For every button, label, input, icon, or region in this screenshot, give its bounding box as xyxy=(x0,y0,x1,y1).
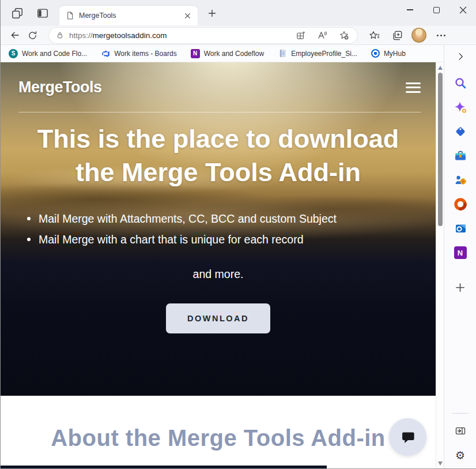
hamburger-menu-icon[interactable] xyxy=(406,80,421,95)
bookmark-employeeprofile[interactable]: EmployeeProfile_Si... xyxy=(278,49,357,58)
about-section: About the Merge Tools Add-in xyxy=(1,396,436,469)
read-aloud-button[interactable] xyxy=(313,27,331,43)
tab-title: MergeTools xyxy=(79,12,182,20)
split-screen-icon xyxy=(296,31,305,40)
ellipsis-icon xyxy=(433,35,449,36)
add-favorite-button[interactable] xyxy=(335,27,353,43)
new-tab-button[interactable] xyxy=(203,5,221,22)
bookmark-label: Work and Code Flo... xyxy=(22,50,87,58)
refresh-icon xyxy=(28,31,37,40)
header-divider xyxy=(18,112,421,112)
sidebar-settings-button[interactable]: ⚙ xyxy=(451,446,470,464)
url-scheme: https:// xyxy=(69,31,93,40)
edge-sidebar: N ⚙ xyxy=(444,45,476,469)
search-icon xyxy=(454,76,467,90)
star-plus-icon xyxy=(339,30,349,40)
favorites-button[interactable] xyxy=(365,27,383,43)
bookmark-label: Work items - Boards xyxy=(114,50,176,58)
gear-icon: ⚙ xyxy=(455,450,465,461)
chevron-right-icon xyxy=(456,52,465,61)
workspaces-icon xyxy=(11,7,24,20)
bookmark-label: Work and Codeflow xyxy=(204,50,265,58)
page-scrollbar[interactable] xyxy=(436,62,444,469)
lock-icon xyxy=(56,31,64,39)
onenote-favicon: N xyxy=(191,49,200,58)
minimize-icon xyxy=(407,9,413,10)
feature-item: Mail Merge with Attachments, CC, BCC and… xyxy=(27,212,436,226)
microsoft-365-icon xyxy=(454,197,467,211)
close-button[interactable] xyxy=(449,0,476,20)
workspaces-icon[interactable] xyxy=(9,5,26,22)
bookmark-label: MyHub xyxy=(384,50,406,58)
sidebar-games-button[interactable] xyxy=(451,171,470,189)
favorites-star-icon xyxy=(369,30,380,41)
webpage: MergeTools This is the place to download… xyxy=(1,62,436,469)
settings-menu-button[interactable] xyxy=(432,27,449,43)
bookmark-boards[interactable]: Work items - Boards xyxy=(101,49,176,58)
sidebar-shopping-button[interactable] xyxy=(451,122,470,141)
scroll-up-arrow-icon[interactable] xyxy=(438,66,443,70)
price-tag-icon xyxy=(454,125,467,138)
feature-item: Mail Merge with a chart that is unique f… xyxy=(27,233,436,246)
hero-heading: This is the place to download the Merge … xyxy=(29,122,407,189)
download-button[interactable]: DOWNLOAD xyxy=(166,303,270,333)
browser-tab[interactable]: MergeTools xyxy=(59,6,198,25)
read-aloud-icon xyxy=(317,30,327,40)
games-icon xyxy=(454,173,467,187)
browser-window: MergeTools xyxy=(0,0,476,469)
url-host: mergetoolsaddin.com xyxy=(93,31,167,40)
url-text[interactable]: https://mergetoolsaddin.com xyxy=(69,31,292,40)
bookmark-myhub[interactable]: MyHub xyxy=(371,49,406,58)
myhub-favicon xyxy=(371,49,380,58)
browser-toolbar: https://mergetoolsaddin.com xyxy=(1,26,476,45)
chat-bubble-icon xyxy=(398,427,418,447)
copilot-sparkle-icon xyxy=(454,100,467,114)
sidebar-search-button[interactable] xyxy=(451,74,470,92)
site-logo[interactable]: MergeTools xyxy=(18,78,102,96)
maximize-icon xyxy=(433,7,440,13)
sidebar-outlook-button[interactable] xyxy=(451,219,470,238)
page-icon xyxy=(65,11,74,20)
plus-icon xyxy=(455,283,465,292)
sidebar-onenote-button[interactable]: N xyxy=(451,243,470,262)
vertical-tabs-icon xyxy=(36,7,49,20)
sharepoint-favicon: S xyxy=(9,49,18,58)
next-section-edge xyxy=(1,466,327,469)
sidebar-copilot-button[interactable] xyxy=(451,98,470,117)
sidebar-add-button[interactable] xyxy=(451,278,470,297)
collections-button[interactable] xyxy=(388,27,406,43)
sidebar-divider xyxy=(452,413,469,414)
refresh-button[interactable] xyxy=(24,27,41,43)
sidebar-microsoft365-button[interactable] xyxy=(451,195,470,213)
tab-close-icon[interactable] xyxy=(182,10,193,21)
document-favicon xyxy=(278,49,287,58)
toolbox-icon xyxy=(454,149,467,163)
bookmarks-bar: S Work and Code Flo... Work items - Boar… xyxy=(1,45,444,62)
close-icon xyxy=(459,6,467,14)
bookmark-sharepoint[interactable]: S Work and Code Flo... xyxy=(9,49,87,58)
back-button[interactable] xyxy=(6,27,24,43)
bookmark-onenote[interactable]: N Work and Codeflow xyxy=(191,49,265,58)
feature-list: Mail Merge with Attachments, CC, BCC and… xyxy=(27,212,436,246)
collections-icon xyxy=(392,30,403,41)
sidebar-expand-button[interactable] xyxy=(451,47,470,66)
tab-strip: MergeTools xyxy=(1,0,476,26)
maximize-button[interactable] xyxy=(423,0,449,20)
tab-actions-icon[interactable] xyxy=(34,5,51,22)
minimize-button[interactable] xyxy=(396,0,423,20)
more-text: and more. xyxy=(1,268,436,281)
sidebar-tools-button[interactable] xyxy=(451,147,470,165)
outlook-icon xyxy=(454,222,467,235)
azure-devops-favicon xyxy=(101,49,110,58)
open-sidebar-icon xyxy=(455,425,466,437)
profile-avatar[interactable] xyxy=(411,28,426,43)
sidebar-open-panel-button[interactable] xyxy=(451,422,470,440)
scrollbar-thumb[interactable] xyxy=(438,73,443,226)
chat-widget-button[interactable] xyxy=(389,418,426,456)
back-icon xyxy=(10,30,20,40)
bookmark-label: EmployeeProfile_Si... xyxy=(291,50,357,58)
split-screen-button[interactable] xyxy=(292,27,309,43)
address-bar[interactable]: https://mergetoolsaddin.com xyxy=(49,28,357,43)
scroll-down-arrow-icon[interactable] xyxy=(438,462,443,466)
about-heading: About the Merge Tools Add-in xyxy=(1,396,436,451)
